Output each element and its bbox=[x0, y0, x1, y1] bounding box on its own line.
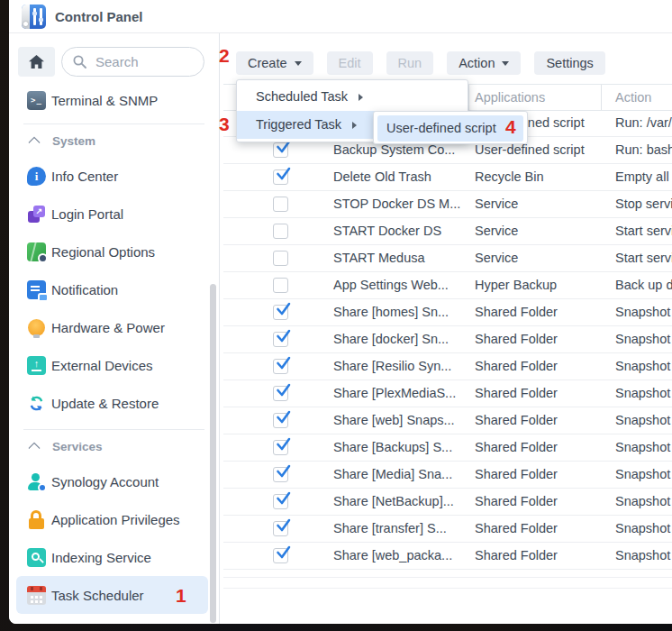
cell-action: Start servic bbox=[615, 245, 672, 271]
cell-applications: Shared Folder bbox=[475, 380, 558, 407]
sidebar-item-application-privileges[interactable]: Application Privileges bbox=[9, 500, 219, 538]
button-label: Action bbox=[459, 56, 495, 70]
cell-applications: Shared Folder bbox=[475, 543, 558, 569]
sidebar-item-synology-account[interactable]: Synology Account bbox=[9, 462, 219, 500]
table-row[interactable]: Share [Resilio Syn...Shared FolderSnapsh… bbox=[223, 353, 672, 380]
sidebar-item-label: Synology Account bbox=[51, 474, 159, 489]
checkbox-unchecked[interactable] bbox=[273, 224, 288, 239]
submenu-arrow-icon bbox=[352, 122, 357, 129]
cell-task: App Settings Web... bbox=[333, 272, 449, 298]
home-button[interactable] bbox=[18, 47, 55, 77]
table-row[interactable]: Share [Backups] S...Shared FolderSnapsho… bbox=[223, 434, 672, 462]
checkbox-checked[interactable] bbox=[273, 386, 288, 401]
checkbox-checked[interactable] bbox=[273, 467, 288, 482]
table-row[interactable]: STOP Docker DS M...ServiceStop servic bbox=[223, 191, 672, 218]
checkbox-checked[interactable] bbox=[273, 548, 288, 563]
cell-action: Snapshot bbox=[615, 299, 670, 325]
sidebar-item-hardware-power[interactable]: Hardware & Power bbox=[9, 308, 219, 346]
sidebar-item-label: Login Portal bbox=[51, 206, 123, 222]
checkbox-checked[interactable] bbox=[273, 332, 288, 347]
cell-task: Share [web_packa... bbox=[333, 543, 452, 569]
checkbox-unchecked[interactable] bbox=[273, 278, 288, 293]
sidebar-item-login-portal[interactable]: ↗Login Portal bbox=[9, 195, 219, 233]
sidebar-item-info-center[interactable]: iInfo Center bbox=[9, 157, 219, 195]
info-center-icon: i bbox=[27, 167, 46, 186]
table-row[interactable]: App Settings Web...Hyper BackupBack up d… bbox=[223, 272, 672, 299]
column-header-action[interactable]: Action bbox=[615, 85, 651, 110]
control-panel-window: Control Panel >_Terminal & SNMPSystemiIn… bbox=[9, 0, 672, 624]
table-row[interactable]: Share [web] Snaps...Shared FolderSnapsho… bbox=[223, 407, 672, 434]
task-scheduler-icon bbox=[27, 586, 46, 605]
table-row[interactable]: START MedusaServiceStart servic bbox=[223, 245, 672, 272]
synology-account-icon bbox=[27, 472, 46, 491]
sidebar-item-label: External Devices bbox=[51, 358, 153, 373]
sidebar-item-label: Update & Restore bbox=[51, 396, 159, 411]
toolbar-settings-button[interactable]: Settings bbox=[534, 51, 604, 75]
cell-task: START Docker DS bbox=[333, 218, 441, 244]
login-portal-icon: ↗ bbox=[27, 205, 46, 224]
sidebar-item-external-devices[interactable]: ↑External Devices bbox=[9, 346, 219, 384]
cell-task: Share [Media] Sna... bbox=[333, 462, 452, 488]
sidebar-item-label: Task Scheduler bbox=[51, 588, 144, 603]
menu-item-scheduled-task[interactable]: Scheduled Task bbox=[237, 83, 468, 111]
annotation-3: 3 bbox=[219, 114, 230, 133]
cell-task: Share [homes] Sn... bbox=[333, 299, 449, 325]
cell-applications: Shared Folder bbox=[475, 353, 558, 380]
home-icon bbox=[29, 55, 44, 69]
checkbox-checked[interactable] bbox=[273, 142, 288, 158]
task-table: User-defined scriptRun: /var/pBackup Sys… bbox=[223, 110, 672, 570]
cell-applications: Shared Folder bbox=[475, 299, 558, 325]
cell-applications: Service bbox=[475, 218, 518, 244]
table-row[interactable]: Share [homes] Sn...Shared FolderSnapshot bbox=[223, 299, 672, 326]
checkbox-checked[interactable] bbox=[273, 494, 288, 509]
sidebar-item-label: Notification bbox=[51, 282, 118, 297]
annotation-1: 1 bbox=[176, 586, 186, 605]
cell-action: Stop servic bbox=[615, 191, 672, 217]
table-row[interactable]: START Docker DSServiceStart servic bbox=[223, 218, 672, 245]
checkbox-checked[interactable] bbox=[273, 440, 288, 455]
sidebar-section-services[interactable]: Services bbox=[9, 430, 219, 462]
checkbox-checked[interactable] bbox=[273, 359, 288, 374]
menu-item-label: Scheduled Task bbox=[256, 83, 348, 111]
toolbar-action-button[interactable]: Action bbox=[447, 51, 521, 75]
sidebar-item-regional-options[interactable]: Regional Options bbox=[9, 233, 219, 270]
cell-action: Empty all R bbox=[615, 164, 672, 190]
cell-applications: Service bbox=[475, 191, 518, 217]
cell-task: STOP Docker DS M... bbox=[333, 191, 460, 217]
table-row[interactable]: Share [PlexMediaS...Shared FolderSnapsho… bbox=[223, 380, 672, 407]
sidebar-scrollbar[interactable] bbox=[210, 284, 216, 623]
cell-action: Snapshot bbox=[615, 326, 670, 352]
sidebar-item-label: Info Center bbox=[51, 169, 118, 184]
checkbox-unchecked[interactable] bbox=[273, 251, 288, 266]
table-row[interactable]: Share [NetBackup]...Shared FolderSnapsho… bbox=[223, 489, 672, 516]
terminal-icon: >_ bbox=[27, 91, 46, 110]
cell-action: Start servic bbox=[615, 218, 672, 244]
indexing-service-icon bbox=[27, 548, 46, 567]
checkbox-checked[interactable] bbox=[273, 169, 288, 185]
checkbox-unchecked[interactable] bbox=[273, 197, 288, 212]
sidebar-item-update-restore[interactable]: Update & Restore bbox=[9, 384, 219, 422]
table-row[interactable]: Share [transfer] S...Shared FolderSnapsh… bbox=[223, 516, 672, 543]
checkbox-checked[interactable] bbox=[273, 305, 288, 320]
table-row[interactable]: Share [Media] Sna...Shared FolderSnapsho… bbox=[223, 462, 672, 489]
table-row[interactable]: Share [web_packa...Shared FolderSnapshot bbox=[223, 543, 672, 570]
checkbox-checked[interactable] bbox=[273, 413, 288, 428]
regional-options-icon bbox=[27, 242, 46, 261]
sidebar-item-indexing-service[interactable]: Indexing Service bbox=[9, 538, 219, 576]
menu-item-user-defined-script[interactable]: User-defined script bbox=[377, 115, 523, 142]
checkbox-checked[interactable] bbox=[273, 521, 288, 536]
empty-row-divider bbox=[223, 577, 672, 578]
column-header-applications[interactable]: Applications bbox=[475, 85, 545, 110]
cell-applications: Shared Folder bbox=[475, 434, 558, 461]
sidebar-section-system[interactable]: System bbox=[9, 124, 219, 157]
table-row[interactable]: Delete Old TrashRecycle BinEmpty all R bbox=[223, 164, 672, 191]
empty-row-divider bbox=[223, 588, 672, 589]
sidebar-item-notification[interactable]: Notification bbox=[9, 270, 219, 308]
search-box[interactable] bbox=[61, 47, 204, 77]
sidebar-item-terminal-snmp[interactable]: >_Terminal & SNMP bbox=[9, 81, 219, 119]
cell-task: Share [transfer] S... bbox=[333, 516, 447, 542]
table-row[interactable]: Share [docker] Sn...Shared FolderSnapsho… bbox=[223, 326, 672, 353]
search-input[interactable] bbox=[94, 53, 204, 70]
annotation-4: 4 bbox=[505, 117, 516, 136]
toolbar-create-button[interactable]: Create bbox=[236, 51, 313, 75]
